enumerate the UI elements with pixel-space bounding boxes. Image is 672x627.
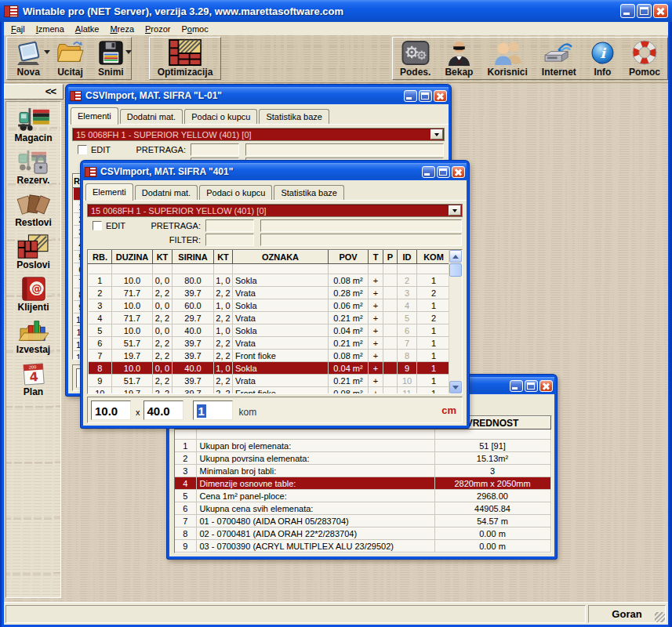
sidebar-item-klijenti[interactable]: @ Klijenti [6,276,60,313]
dropdown-arrow-icon[interactable] [125,50,132,57]
scroll-thumb[interactable] [449,263,462,277]
close-button[interactable] [539,380,553,392]
close-button[interactable] [452,166,465,178]
resize-grip[interactable] [655,612,665,622]
menu-fajl[interactable]: Fajl [5,23,31,35]
column-header-pov[interactable]: POV [329,251,369,264]
column-header-kt[interactable]: KT [153,251,173,264]
tab-statistika-baze[interactable]: Statistika baze [274,185,344,200]
table-row[interactable]: 719.72, 239.72, 2Front fioke0.08 m²+81 [89,350,451,362]
tab-dodatni-mat[interactable]: Dodatni mat. [120,109,183,124]
stats-row[interactable]: 2Ukupna povrsina elemenata:15.13m² [175,452,550,465]
material-combo[interactable]: 15 0068FH 1 - SUPERIOR YELLOW (401) [0] [72,128,445,141]
toolbar-button-pomoc[interactable]: Pomoc [627,38,662,79]
sidebar-collapse-button[interactable]: << [4,84,64,100]
table-row[interactable]: 651.72, 239.72, 2Vrata0.21 m²+71 [89,337,451,350]
table-row[interactable]: 471.72, 229.72, 2Vrata0.21 m²+52 [89,312,451,324]
edit-checkbox[interactable] [78,145,87,154]
toolbar-button-nova[interactable]: Nova [12,38,45,79]
width-input[interactable]: 10.0 [91,400,131,420]
tab-elementi[interactable]: Elementi [85,183,133,201]
table-row[interactable]: 110.00, 080.01, 0Sokla0.08 m²+21 [89,274,451,287]
toolbar-button-korisnici[interactable]: Korisnici [485,38,529,79]
column-header-t[interactable]: T [369,251,383,264]
column-header-sirina[interactable]: SIRINA [173,251,214,264]
sidebar-item-magacin[interactable]: Magacin [6,107,60,143]
scroll-up-button[interactable] [449,250,462,263]
scroll-down-button[interactable] [449,381,462,393]
maximize-button[interactable] [437,166,450,178]
toolbar-button-internet[interactable]: Internet [540,38,578,79]
minimize-button[interactable] [404,90,417,102]
toolbar-button-podes[interactable]: Podes. [398,38,432,79]
material-combo[interactable]: 15 0068FH 1 - SUPERIOR YELLOW (401) [0] [87,204,463,217]
column-header-rb[interactable]: RB. [89,251,112,264]
pretraga-input[interactable] [191,143,239,156]
stats-row[interactable]: 6Ukupna cena svih elemenata:44905.84 [175,502,550,515]
column-header-duzina[interactable]: DUZINA [112,251,153,264]
edit-checkbox[interactable] [93,221,102,230]
filter-input[interactable] [205,234,254,246]
column-header-kom[interactable]: KOM [417,251,451,264]
menu-alatke[interactable]: Alatke [70,23,105,35]
table-row[interactable]: 271.72, 239.72, 2Vrata0.28 m²+32 [89,287,451,299]
report-chart-icon [16,318,52,345]
toolbar-button-bekap[interactable]: Bekap [443,38,474,79]
menu-pomoc[interactable]: Pomoc [176,23,213,35]
pretraga-input2[interactable] [245,143,444,156]
maximize-button[interactable] [419,90,432,102]
window-title-bar[interactable]: CSVImport, MAT. SIFRA "401" [83,163,467,180]
toolbar-button-snimi[interactable]: Snimi [96,38,126,79]
table-row[interactable]: 810.00, 040.01, 0Sokla0.04 m²+91 [89,362,451,375]
menu-mreza[interactable]: Mreza [104,23,140,35]
minimize-button[interactable] [620,4,635,18]
sidebar-item-izvestaj[interactable]: Izvestaj [6,318,60,355]
stats-row[interactable]: 5Cena 1m² panel-ploce:2968.00 [175,490,550,502]
table-row[interactable]: 310.00, 060.01, 0Sokla0.06 m²+41 [89,299,451,312]
stats-row[interactable]: 802 - 0700481 (AIDA ORAH 22*2/283704)0.0… [175,527,550,540]
sidebar-item-poslovi[interactable]: Poslovi [6,234,60,270]
stats-row[interactable]: 701 - 0700480 (AIDA ORAH 05/283704)54.57… [175,515,550,527]
vertical-scrollbar[interactable] [449,250,462,393]
window-title-bar[interactable]: CSVImport, MAT. SIFRA "L-01" [68,87,449,104]
height-input[interactable]: 40.0 [143,400,183,420]
tab-podaci-o-kupcu[interactable]: Podaci o kupcu [184,109,257,124]
pretraga-input2[interactable] [260,219,462,232]
toolbar-button-info[interactable]: i Info [589,38,616,79]
close-button[interactable] [653,4,668,18]
combo-dropdown-button[interactable] [430,129,443,140]
toolbar-button-optimizacija[interactable]: Optimizacija [156,38,215,79]
filter-input2[interactable] [260,234,462,246]
stats-row[interactable]: 903 - 0700390 (ACRYL MULTIPLEX ALU 23/29… [175,540,550,553]
table-row[interactable]: 1019.72, 239.72, 2Front fioke0.08 m²+111 [89,387,451,395]
column-header-id[interactable]: ID [398,251,417,264]
maximize-button[interactable] [525,380,538,392]
table-row[interactable] [89,264,451,274]
tab-dodatni-mat[interactable]: Dodatni mat. [135,185,198,200]
minimize-button[interactable] [422,166,435,178]
minimize-button[interactable] [510,380,523,392]
sidebar-item-rezerv[interactable]: Rezerv. [6,149,60,186]
sidebar-item-plan[interactable]: 2004 Plan [6,361,60,397]
column-header-kt[interactable]: KT [214,251,233,264]
tab-podaci-o-kupcu[interactable]: Podaci o kupcu [199,185,272,200]
stats-row[interactable]: 1Ukupan broj elemenata:51 [91] [175,440,550,452]
sidebar-item-restlovi[interactable]: Restlovi [6,191,60,228]
combo-dropdown-button[interactable] [449,205,461,216]
menu-prozor[interactable]: Prozor [140,23,176,35]
toolbar-button-ucitaj[interactable]: Ucitaj [54,38,85,79]
close-button[interactable] [434,90,447,102]
menu-izmena[interactable]: Izmena [31,23,70,35]
dropdown-arrow-icon[interactable] [44,50,50,57]
stats-row[interactable]: 4Dimenzije osnovne table:2820mm x 2050mm [175,477,550,490]
tab-elementi[interactable]: Elementi [71,107,118,125]
column-header-p[interactable]: P [383,251,398,264]
pretraga-input[interactable] [205,219,254,232]
table-row[interactable]: 510.00, 040.01, 0Sokla0.04 m²+61 [89,324,451,337]
tab-statistika-baze[interactable]: Statistika baze [259,109,329,124]
table-row[interactable]: 951.72, 239.72, 2Vrata0.21 m²+101 [89,375,451,387]
quantity-input[interactable]: 1 [193,400,233,420]
column-header-oznaka[interactable]: OZNAKA [233,251,329,264]
maximize-button[interactable] [637,4,652,18]
stats-row[interactable]: 3Minimalan broj tabli:3 [175,465,550,477]
